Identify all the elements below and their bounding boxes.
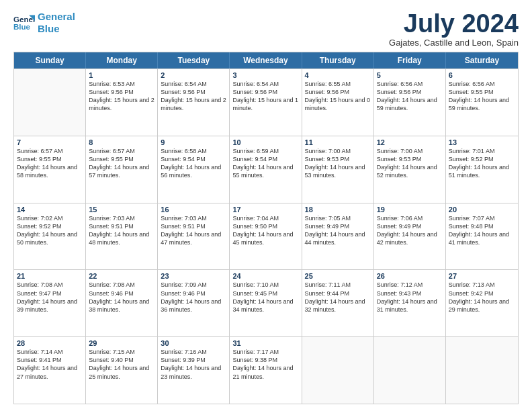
weekday-header-friday: Friday [374,52,446,68]
sunrise-text: Sunrise: 7:11 AM [305,281,371,289]
sunrise-text: Sunrise: 7:15 AM [89,348,154,356]
day-number: 31 [232,339,298,347]
day-number: 17 [232,205,298,214]
sunset-text: Sunset: 9:49 PM [305,222,371,230]
day-number: 29 [89,339,154,347]
day-cell-31: 31Sunrise: 7:17 AMSunset: 9:38 PMDayligh… [230,337,302,404]
daylight-text: Daylight: 15 hours and 1 minute. [232,96,298,112]
day-number: 13 [449,138,515,146]
sunrise-text: Sunrise: 6:56 AM [377,80,443,88]
logo-line2: Blue [38,23,60,34]
sunset-text: Sunset: 9:46 PM [89,289,154,298]
day-cell-22: 22Sunrise: 7:08 AMSunset: 9:46 PMDayligh… [86,270,158,336]
daylight-text: Daylight: 14 hours and 50 minutes. [17,230,83,246]
empty-cell [302,337,374,404]
day-number: 18 [305,205,371,214]
sunrise-text: Sunrise: 6:59 AM [232,147,298,155]
daylight-text: Daylight: 15 hours and 2 minutes. [89,96,154,112]
day-cell-5: 5Sunrise: 6:56 AMSunset: 9:56 PMDaylight… [374,69,446,136]
daylight-text: Daylight: 14 hours and 52 minutes. [377,163,443,179]
day-number: 3 [232,71,298,79]
day-cell-25: 25Sunrise: 7:11 AMSunset: 9:44 PMDayligh… [302,270,374,336]
sunset-text: Sunset: 9:46 PM [161,289,226,298]
day-cell-7: 7Sunrise: 6:57 AMSunset: 9:55 PMDaylight… [14,136,86,203]
daylight-text: Daylight: 14 hours and 29 minutes. [449,298,515,314]
empty-cell [446,337,518,404]
svg-text:Blue: Blue [13,23,31,31]
sunset-text: Sunset: 9:50 PM [232,222,298,230]
title-section: July 2024 Gajates, Castille and Leon, Sp… [389,11,519,48]
day-number: 15 [89,205,154,214]
day-number: 16 [161,205,226,214]
sunset-text: Sunset: 9:38 PM [232,356,298,364]
weekday-header-thursday: Thursday [302,52,374,68]
day-number: 1 [89,71,154,79]
day-number: 4 [305,71,371,79]
sunrise-text: Sunrise: 7:02 AM [17,214,83,222]
daylight-text: Daylight: 14 hours and 59 minutes. [449,96,515,112]
day-cell-24: 24Sunrise: 7:10 AMSunset: 9:45 PMDayligh… [230,270,302,336]
sunrise-text: Sunrise: 6:57 AM [17,147,83,155]
day-number: 19 [377,205,443,214]
sunset-text: Sunset: 9:44 PM [305,289,371,298]
daylight-text: Daylight: 14 hours and 51 minutes. [449,163,515,179]
daylight-text: Daylight: 14 hours and 31 minutes. [377,298,443,314]
sunrise-text: Sunrise: 7:06 AM [377,214,443,222]
page-header: General Blue General Blue July 2024 Gaja… [13,11,519,48]
day-cell-9: 9Sunrise: 6:58 AMSunset: 9:54 PMDaylight… [158,136,230,203]
calendar-row-2: 7Sunrise: 6:57 AMSunset: 9:55 PMDaylight… [14,136,518,203]
sunset-text: Sunset: 9:39 PM [161,356,226,364]
logo-text: General Blue [38,11,75,35]
sunrise-text: Sunrise: 7:08 AM [17,281,83,289]
sunrise-text: Sunrise: 7:09 AM [161,281,226,289]
day-cell-30: 30Sunrise: 7:16 AMSunset: 9:39 PMDayligh… [158,337,230,404]
sunset-text: Sunset: 9:41 PM [17,356,83,364]
day-number: 2 [161,71,226,79]
day-cell-15: 15Sunrise: 7:03 AMSunset: 9:51 PMDayligh… [86,203,158,270]
sunset-text: Sunset: 9:55 PM [17,155,83,163]
sunrise-text: Sunrise: 7:14 AM [17,348,83,356]
sunrise-text: Sunrise: 7:03 AM [161,214,226,222]
sunrise-text: Sunrise: 7:03 AM [89,214,154,222]
daylight-text: Daylight: 14 hours and 23 minutes. [161,364,226,380]
daylight-text: Daylight: 14 hours and 34 minutes. [232,298,298,314]
daylight-text: Daylight: 14 hours and 38 minutes. [89,298,154,314]
calendar-row-5: 28Sunrise: 7:14 AMSunset: 9:41 PMDayligh… [14,336,518,404]
day-number: 24 [232,272,298,280]
day-cell-16: 16Sunrise: 7:03 AMSunset: 9:51 PMDayligh… [158,203,230,270]
calendar-row-3: 14Sunrise: 7:02 AMSunset: 9:52 PMDayligh… [14,203,518,270]
sunrise-text: Sunrise: 7:01 AM [449,147,515,155]
sunset-text: Sunset: 9:54 PM [161,155,226,163]
sunrise-text: Sunrise: 7:13 AM [449,281,515,289]
sunset-text: Sunset: 9:45 PM [232,289,298,298]
daylight-text: Daylight: 14 hours and 45 minutes. [232,230,298,246]
calendar-row-1: 1Sunrise: 6:53 AMSunset: 9:56 PMDaylight… [14,68,518,136]
daylight-text: Daylight: 14 hours and 44 minutes. [305,230,371,246]
daylight-text: Daylight: 14 hours and 25 minutes. [89,364,154,380]
day-number: 25 [305,272,371,280]
empty-cell [14,69,86,136]
sunrise-text: Sunrise: 7:00 AM [377,147,443,155]
daylight-text: Daylight: 14 hours and 42 minutes. [377,230,443,246]
day-number: 21 [17,272,83,280]
sunrise-text: Sunrise: 7:05 AM [305,214,371,222]
sunset-text: Sunset: 9:55 PM [89,155,154,163]
sunrise-text: Sunrise: 7:17 AM [232,348,298,356]
daylight-text: Daylight: 14 hours and 57 minutes. [89,163,154,179]
day-cell-21: 21Sunrise: 7:08 AMSunset: 9:47 PMDayligh… [14,270,86,336]
sunset-text: Sunset: 9:47 PM [17,289,83,298]
sunrise-text: Sunrise: 6:54 AM [161,80,226,88]
daylight-text: Daylight: 14 hours and 58 minutes. [17,163,83,179]
day-cell-4: 4Sunrise: 6:55 AMSunset: 9:56 PMDaylight… [302,69,374,136]
logo: General Blue General Blue [13,11,75,35]
day-cell-29: 29Sunrise: 7:15 AMSunset: 9:40 PMDayligh… [86,337,158,404]
calendar-page: General Blue General Blue July 2024 Gaja… [0,0,532,411]
sunset-text: Sunset: 9:54 PM [232,155,298,163]
day-number: 11 [305,138,371,146]
weekday-header-wednesday: Wednesday [230,52,302,68]
day-cell-14: 14Sunrise: 7:02 AMSunset: 9:52 PMDayligh… [14,203,86,270]
daylight-text: Daylight: 14 hours and 21 minutes. [232,364,298,380]
sunset-text: Sunset: 9:53 PM [305,155,371,163]
sunrise-text: Sunrise: 7:12 AM [377,281,443,289]
day-number: 5 [377,71,443,79]
